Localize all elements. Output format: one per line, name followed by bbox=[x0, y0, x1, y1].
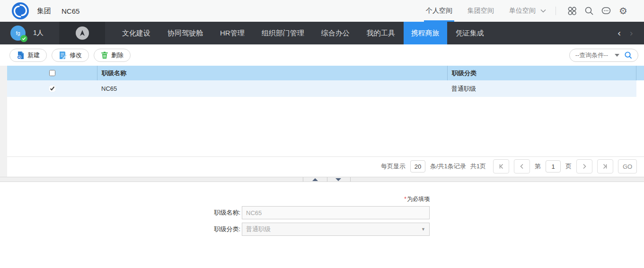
rank-category-label: 职级分类: bbox=[208, 225, 240, 233]
new-button[interactable]: 新建 bbox=[9, 49, 47, 62]
panel-splitter[interactable] bbox=[0, 177, 644, 182]
user-count-label: 1人 bbox=[33, 29, 44, 37]
triangle-down-icon bbox=[335, 178, 341, 181]
caret-down-icon bbox=[615, 54, 619, 57]
page-title: NC65 bbox=[62, 7, 79, 15]
row-checkbox[interactable] bbox=[49, 86, 55, 92]
nav-item-my-tools[interactable]: 我的工具 bbox=[358, 22, 404, 44]
query-search-icon[interactable] bbox=[624, 51, 632, 59]
nav-item-label: 协同驾驶舱 bbox=[168, 29, 203, 38]
nav-item-label: HR管理 bbox=[220, 29, 245, 38]
nav-item-org-dept[interactable]: 组织部门管理 bbox=[253, 22, 313, 44]
left-gutter bbox=[0, 66, 7, 177]
user-avatar[interactable]: fg bbox=[10, 26, 26, 41]
page-prefix-label: 第 bbox=[535, 162, 541, 171]
delete-button-label: 删除 bbox=[111, 51, 124, 60]
nav-item-culture[interactable]: 文化建设 bbox=[114, 22, 159, 44]
detail-form-panel: *为必填项 职级名称: 职级分类: 普通职级 ▼ bbox=[0, 182, 644, 268]
table-header-checkbox-cell bbox=[7, 66, 97, 80]
select-caret-down-icon: ▼ bbox=[421, 227, 425, 232]
required-asterisk: * bbox=[404, 196, 406, 202]
trash-icon bbox=[101, 51, 108, 59]
rank-name-label: 职级名称: bbox=[208, 208, 240, 217]
action-toolbar: 新建 修改 删除 - bbox=[0, 44, 644, 66]
apps-icon[interactable] bbox=[567, 6, 577, 16]
form-row-name: 职级名称: bbox=[208, 206, 430, 219]
required-note: *为必填项 bbox=[208, 195, 430, 203]
search-icon[interactable] bbox=[584, 6, 594, 16]
main-nav-bar: fg 1人 文化建设 协同驾驶舱 HR管理 组织部门管理 综合办公 我的工具 携… bbox=[0, 22, 644, 44]
nav-item-voucher[interactable]: 凭证集成 bbox=[447, 22, 493, 44]
workspace-tab-group[interactable]: 集团空间 bbox=[468, 0, 494, 22]
table-header-row: 职级名称 职级分类 bbox=[7, 66, 644, 80]
chevron-down-icon bbox=[540, 9, 546, 13]
table-row-checkbox-cell bbox=[7, 80, 97, 97]
nav-item-label: 文化建设 bbox=[122, 29, 150, 38]
company-logo-icon bbox=[11, 2, 29, 20]
rank-category-value: 普通职级 bbox=[246, 225, 271, 233]
table-row[interactable]: NC65 普通职级 bbox=[7, 80, 636, 97]
last-page-button[interactable] bbox=[597, 159, 613, 173]
nav-item-label: 我的工具 bbox=[367, 29, 395, 38]
nav-item-label: 携程商旅 bbox=[411, 29, 440, 38]
table-cell-category: 普通职级 bbox=[447, 80, 636, 97]
nav-item-label: 组织部门管理 bbox=[262, 29, 304, 38]
pagination-bar: 每页显示 条/共1条记录 共1页 第 页 GO bbox=[7, 156, 644, 176]
top-bar: 集团 NC65 个人空间 集团空间 单位空间 bbox=[0, 0, 644, 22]
nav-item-hr[interactable]: HR管理 bbox=[212, 22, 253, 44]
nav-home-section[interactable] bbox=[59, 22, 105, 44]
table-header-category[interactable]: 职级分类 bbox=[448, 66, 636, 80]
nav-item-label: 综合办公 bbox=[321, 29, 350, 38]
nav-user-section[interactable]: fg 1人 bbox=[0, 22, 59, 44]
edit-button[interactable]: 修改 bbox=[52, 49, 89, 62]
required-note-text: 为必填项 bbox=[407, 196, 430, 202]
page-suffix-label: 页 bbox=[565, 162, 572, 171]
edit-doc-icon bbox=[59, 51, 67, 60]
form-row-category: 职级分类: 普通职级 ▼ bbox=[208, 223, 430, 236]
nav-item-ctrip-travel-active[interactable]: 携程商旅 bbox=[404, 22, 447, 44]
query-condition-dropdown[interactable]: --查询条件-- bbox=[569, 49, 638, 62]
avatar-initials: fg bbox=[16, 30, 20, 36]
nav-scroll-arrows: ‹ › bbox=[613, 22, 644, 44]
page-number-input[interactable] bbox=[546, 160, 561, 173]
prev-page-button[interactable] bbox=[514, 159, 530, 173]
new-button-label: 新建 bbox=[27, 51, 40, 60]
nav-item-cockpit[interactable]: 协同驾驶舱 bbox=[159, 22, 212, 44]
navigation-arrow-icon[interactable] bbox=[76, 26, 89, 40]
topbar-right: 个人空间 集团空间 单位空间 bbox=[411, 0, 644, 22]
workspace-tab-personal[interactable]: 个人空间 bbox=[426, 0, 452, 22]
total-pages-label: 共1页 bbox=[470, 162, 486, 171]
edit-button-label: 修改 bbox=[70, 51, 82, 60]
splitter-collapse-down-button[interactable] bbox=[326, 177, 351, 182]
query-condition-label: --查询条件-- bbox=[575, 51, 608, 60]
org-label: 集团 bbox=[37, 7, 51, 16]
online-status-icon bbox=[20, 35, 27, 42]
workspace-tab-label: 个人空间 bbox=[426, 7, 452, 15]
workspace-tab-unit[interactable]: 单位空间 bbox=[509, 0, 546, 22]
nav-scroll-left-icon[interactable]: ‹ bbox=[613, 28, 626, 38]
go-button[interactable]: GO bbox=[618, 159, 637, 173]
per-page-input[interactable] bbox=[410, 160, 425, 173]
rank-name-field[interactable] bbox=[242, 206, 430, 219]
new-doc-icon bbox=[17, 51, 25, 60]
select-all-checkbox[interactable] bbox=[49, 70, 55, 76]
rank-category-select[interactable]: 普通职级 ▼ bbox=[242, 223, 430, 236]
nav-item-office[interactable]: 综合办公 bbox=[313, 22, 358, 44]
per-page-label: 每页显示 bbox=[381, 162, 406, 171]
triangle-up-icon bbox=[312, 178, 318, 181]
first-page-button[interactable] bbox=[493, 159, 509, 173]
next-page-button[interactable] bbox=[576, 159, 592, 173]
delete-button[interactable]: 删除 bbox=[94, 49, 131, 62]
workspace-tab-label: 单位空间 bbox=[509, 7, 536, 15]
divider bbox=[556, 7, 556, 15]
table-cell-name: NC65 bbox=[97, 80, 447, 97]
settings-gear-icon[interactable]: ⚙ bbox=[618, 6, 628, 16]
splitter-collapse-up-button[interactable] bbox=[303, 177, 327, 182]
message-icon[interactable] bbox=[601, 6, 611, 16]
nav-menu: 文化建设 协同驾驶舱 HR管理 组织部门管理 综合办公 我的工具 携程商旅 凭证… bbox=[114, 22, 493, 44]
workspace-tab-label: 集团空间 bbox=[468, 7, 494, 15]
nav-item-label: 凭证集成 bbox=[456, 29, 484, 38]
nav-scroll-right-icon[interactable]: › bbox=[625, 28, 637, 38]
app-window: 集团 NC65 个人空间 集团空间 单位空间 bbox=[0, 0, 644, 268]
table-header-name[interactable]: 职级名称 bbox=[97, 66, 448, 80]
